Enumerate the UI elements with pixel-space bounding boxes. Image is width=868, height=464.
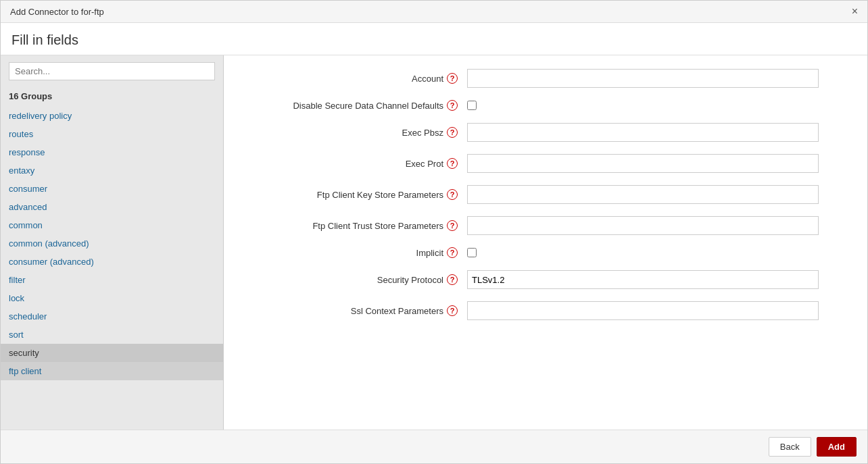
form-label-ftp-trust-store: Ftp Client Trust Store Parameters ? <box>237 220 467 231</box>
help-icon-exec-pbsz[interactable]: ? <box>447 127 458 138</box>
close-button[interactable]: × <box>852 6 858 17</box>
add-button[interactable]: Add <box>817 437 857 457</box>
form-row-ssl-context: Ssl Context Parameters ? <box>237 301 840 320</box>
dialog-footer: Back Add <box>1 430 867 463</box>
sidebar-list-inner: redelivery policy routes response entaxy… <box>1 107 223 380</box>
dialog: Add Connector to for-ftp × Fill in field… <box>0 0 868 464</box>
form-label-ssl-context: Ssl Context Parameters ? <box>237 305 467 316</box>
sidebar-item-entaxy[interactable]: entaxy <box>1 161 223 180</box>
form-label-disable-secure: Disable Secure Data Channel Defaults ? <box>237 100 467 111</box>
form-row-security-protocol: Security Protocol ? <box>237 270 840 289</box>
sidebar-item-sort[interactable]: sort <box>1 326 223 344</box>
dialog-header: Add Connector to for-ftp × <box>1 1 867 23</box>
help-icon-exec-prot[interactable]: ? <box>447 158 458 169</box>
help-icon-ftp-trust-store[interactable]: ? <box>447 220 458 231</box>
account-input[interactable] <box>467 69 819 88</box>
ftp-key-store-input[interactable] <box>467 185 819 204</box>
sidebar-item-scheduler[interactable]: scheduler <box>1 307 223 326</box>
form-label-ftp-key-store: Ftp Client Key Store Parameters ? <box>237 189 467 200</box>
ssl-context-input[interactable] <box>467 301 819 320</box>
sidebar-item-routes[interactable]: routes <box>1 125 223 143</box>
search-box <box>1 55 223 87</box>
groups-label: 16 Groups <box>1 87 223 107</box>
form-row-account: Account ? <box>237 69 840 88</box>
help-icon-security-protocol[interactable]: ? <box>447 274 458 285</box>
sidebar-item-redelivery-policy[interactable]: redelivery policy <box>1 107 223 125</box>
help-icon-ssl-context[interactable]: ? <box>447 305 458 316</box>
help-icon-disable-secure[interactable]: ? <box>447 100 458 111</box>
form-row-ftp-key-store: Ftp Client Key Store Parameters ? <box>237 185 840 204</box>
dialog-body: 16 Groups redelivery policy routes respo… <box>1 55 867 430</box>
form-row-disable-secure: Disable Secure Data Channel Defaults ? <box>237 100 840 111</box>
implicit-checkbox[interactable] <box>467 248 477 257</box>
help-icon-ftp-key-store[interactable]: ? <box>447 189 458 200</box>
sidebar-list: redelivery policy routes response entaxy… <box>1 107 223 430</box>
exec-pbsz-input[interactable] <box>467 123 819 142</box>
disable-secure-checkbox[interactable] <box>467 101 477 110</box>
sidebar-item-response[interactable]: response <box>1 143 223 161</box>
security-protocol-input[interactable] <box>467 270 819 289</box>
form-row-implicit: Implicit ? <box>237 247 840 258</box>
main-content: Account ? Disable Secure Data Channel De… <box>224 55 867 430</box>
sidebar-item-filter[interactable]: filter <box>1 271 223 289</box>
sidebar-item-common-advanced[interactable]: common (advanced) <box>1 234 223 253</box>
form-label-implicit: Implicit ? <box>237 247 467 258</box>
sidebar-item-ftp-client[interactable]: ftp client <box>1 362 223 380</box>
form-label-account: Account ? <box>237 73 467 84</box>
help-icon-account[interactable]: ? <box>447 73 458 84</box>
form-label-exec-prot: Exec Prot ? <box>237 158 467 169</box>
sidebar-item-consumer[interactable]: consumer <box>1 180 223 198</box>
form-row-exec-pbsz: Exec Pbsz ? <box>237 123 840 142</box>
sidebar: 16 Groups redelivery policy routes respo… <box>1 55 224 430</box>
dialog-title: Add Connector to for-ftp <box>10 7 104 17</box>
sidebar-item-lock[interactable]: lock <box>1 289 223 307</box>
ftp-trust-store-input[interactable] <box>467 216 819 235</box>
sidebar-item-consumer-advanced[interactable]: consumer (advanced) <box>1 253 223 271</box>
back-button[interactable]: Back <box>769 437 811 457</box>
search-input[interactable] <box>9 62 215 80</box>
form-label-exec-pbsz: Exec Pbsz ? <box>237 127 467 138</box>
sidebar-item-security[interactable]: security <box>1 344 223 362</box>
page-title: Fill in fields <box>1 23 867 55</box>
exec-prot-input[interactable] <box>467 154 819 173</box>
help-icon-implicit[interactable]: ? <box>447 247 458 258</box>
form-row-ftp-trust-store: Ftp Client Trust Store Parameters ? <box>237 216 840 235</box>
sidebar-item-common[interactable]: common <box>1 216 223 234</box>
form-row-exec-prot: Exec Prot ? <box>237 154 840 173</box>
form-label-security-protocol: Security Protocol ? <box>237 274 467 285</box>
sidebar-item-advanced[interactable]: advanced <box>1 198 223 216</box>
